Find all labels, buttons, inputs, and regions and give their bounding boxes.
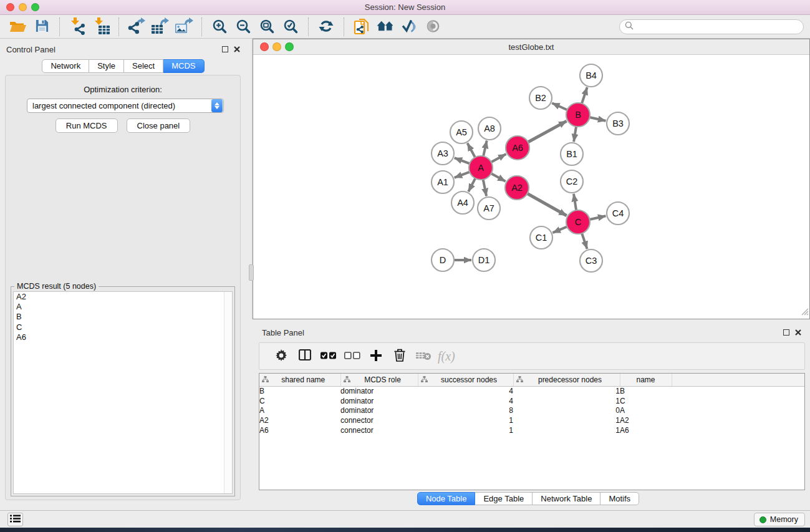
delete-column-button[interactable] [388, 345, 412, 367]
graph-node-A1[interactable]: A1 [432, 171, 454, 193]
close-window-button[interactable] [6, 3, 14, 11]
table-cell[interactable]: 1 [418, 415, 513, 425]
close-panel-icon[interactable] [795, 329, 801, 336]
tab-network[interactable]: Network [42, 59, 89, 73]
tab-edge-table[interactable]: Edge Table [475, 492, 533, 505]
graph-node-A4[interactable]: A4 [451, 191, 474, 214]
table-cell[interactable]: B [259, 386, 340, 396]
table-cell[interactable]: 0 [513, 406, 620, 416]
graph-node-D1[interactable]: D1 [473, 249, 495, 271]
graph-node-A2[interactable]: A2 [505, 176, 529, 200]
graph-node-D[interactable]: D [432, 249, 454, 271]
table-cell[interactable]: 1 [513, 396, 620, 406]
zoom-network-window-button[interactable] [285, 42, 294, 51]
home-button[interactable] [374, 16, 397, 37]
column-header-successor-nodes[interactable]: successor nodes [418, 374, 513, 386]
graph-node-B4[interactable]: B4 [580, 64, 602, 87]
graph-node-C4[interactable]: C4 [607, 202, 629, 225]
zoom-fit-button[interactable] [255, 16, 279, 37]
graph-node-B3[interactable]: B3 [607, 112, 629, 135]
graph-node-B2[interactable]: B2 [529, 87, 552, 109]
memory-button[interactable]: Memory [754, 513, 805, 526]
resize-grip-icon[interactable] [801, 307, 809, 318]
import-network-button[interactable] [65, 16, 89, 37]
task-history-button[interactable] [7, 513, 23, 526]
table-cell[interactable]: 1 [513, 425, 620, 435]
network-window-titlebar[interactable]: testGlobe.txt [253, 39, 809, 55]
criterion-dropdown[interactable]: largest connected component (directed) [27, 99, 224, 113]
table-cell[interactable]: A6 [259, 425, 340, 435]
tab-motifs[interactable]: Motifs [600, 492, 639, 505]
table-cell[interactable]: dominator [340, 406, 418, 416]
graph-node-C3[interactable]: C3 [580, 249, 602, 272]
table-cell[interactable]: connector [340, 425, 418, 435]
column-header-mcds-role[interactable]: MCDS role [340, 374, 418, 386]
table-cell[interactable]: A [259, 406, 340, 416]
tab-select[interactable]: Select [124, 59, 163, 73]
tab-style[interactable]: Style [89, 59, 124, 73]
table-cell[interactable]: connector [340, 415, 418, 425]
zoom-window-button[interactable] [31, 3, 39, 11]
graph-node-A8[interactable]: A8 [478, 117, 501, 140]
export-table-button[interactable] [148, 16, 172, 37]
select-all-button[interactable] [317, 345, 340, 367]
tab-mcds[interactable]: MCDS [163, 59, 204, 73]
column-header-predecessor-nodes[interactable]: predecessor nodes [513, 374, 620, 386]
table-cell[interactable]: dominator [340, 386, 418, 396]
graph-node-A[interactable]: A [469, 156, 493, 180]
show-details-button[interactable] [421, 16, 445, 37]
graph-node-A3[interactable]: A3 [432, 142, 454, 165]
table-row[interactable]: Bdominator41B [259, 386, 805, 396]
table-row[interactable]: A6connector11A6 [259, 425, 805, 435]
graph-node-C2[interactable]: C2 [561, 170, 583, 193]
export-image-button[interactable] [172, 16, 196, 37]
graph-node-C1[interactable]: C1 [530, 226, 552, 249]
table-cell[interactable]: A6 [620, 425, 672, 435]
column-header-name[interactable]: name [620, 374, 672, 386]
scrollbar-track[interactable] [224, 292, 232, 493]
mcds-result-item[interactable]: B [14, 312, 232, 322]
tab-network-table[interactable]: Network Table [533, 492, 600, 505]
table-cell[interactable]: 4 [418, 396, 513, 406]
table-cell[interactable]: dominator [340, 396, 418, 406]
graph-node-B1[interactable]: B1 [561, 143, 583, 165]
vizmapper-button[interactable] [397, 16, 421, 37]
column-header-shared-name[interactable]: shared name [259, 374, 340, 386]
table-settings-button[interactable] [269, 345, 293, 367]
table-cell[interactable]: A2 [259, 415, 340, 425]
minimize-window-button[interactable] [19, 3, 27, 11]
deselect-all-button[interactable] [340, 345, 364, 367]
close-panel-button[interactable]: Close panel [127, 118, 191, 133]
vertical-splitter-handle[interactable] [249, 264, 254, 281]
graph-node-A6[interactable]: A6 [506, 136, 529, 160]
search-input[interactable] [634, 21, 803, 33]
table-cell[interactable]: C [259, 396, 340, 406]
table-cell[interactable]: 4 [418, 386, 513, 396]
close-panel-icon[interactable] [234, 46, 240, 52]
zoom-out-button[interactable] [231, 16, 255, 37]
mcds-result-item[interactable]: A [14, 302, 232, 312]
float-panel-icon[interactable] [783, 329, 789, 336]
import-table-button[interactable] [89, 16, 113, 37]
export-network-button[interactable] [125, 16, 148, 37]
float-panel-icon[interactable] [222, 46, 228, 52]
table-cell[interactable]: A [620, 406, 672, 416]
table-row[interactable]: Cdominator41C [259, 396, 805, 406]
open-session-button[interactable] [6, 16, 30, 37]
table-cell[interactable]: B [620, 386, 672, 396]
close-network-window-button[interactable] [260, 42, 269, 51]
table-cell[interactable]: 1 [513, 386, 620, 396]
mcds-result-item[interactable]: A6 [14, 332, 232, 342]
graph-node-A5[interactable]: A5 [450, 121, 473, 143]
table-cell[interactable]: 1 [513, 415, 620, 425]
mcds-result-item[interactable]: C [14, 322, 232, 332]
table-cell[interactable]: 1 [418, 425, 513, 435]
table-row[interactable]: A2connector11A2 [259, 415, 805, 425]
save-session-button[interactable] [30, 16, 54, 37]
graph-node-B[interactable]: B [566, 103, 590, 127]
network-canvas[interactable]: AA1A2A3A4A5A6A7A8BB1B2B3B4CC1C2C3C4DD1 [253, 56, 809, 319]
refresh-button[interactable] [314, 16, 338, 37]
table-row[interactable]: Adominator80A [259, 406, 805, 416]
table-cell[interactable]: 8 [418, 406, 513, 416]
mcds-result-item[interactable]: A2 [14, 292, 232, 302]
